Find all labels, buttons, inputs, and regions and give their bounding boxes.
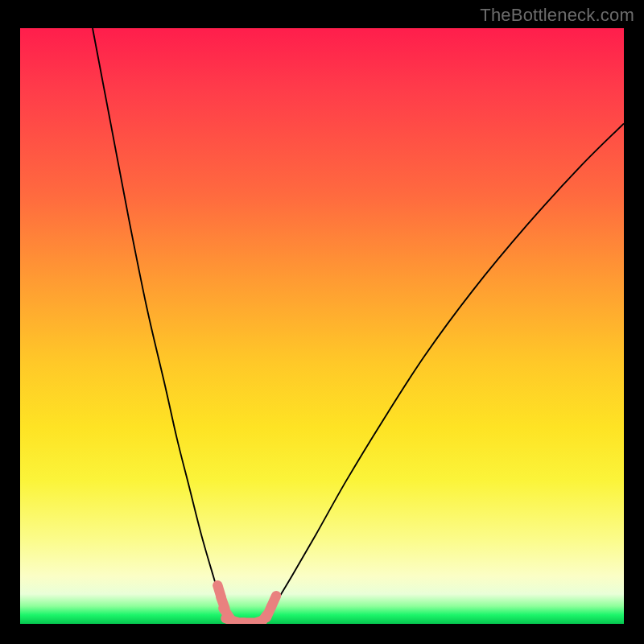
highlight-markers <box>217 585 276 624</box>
bottleneck-curve-right <box>262 123 624 624</box>
chart-frame: TheBottleneck.com <box>0 0 644 644</box>
curve-layer <box>20 28 624 624</box>
highlight-marker <box>271 596 276 607</box>
watermark-text: TheBottleneck.com <box>480 5 634 26</box>
bottleneck-curve-left <box>93 28 232 624</box>
plot-area <box>20 28 624 624</box>
